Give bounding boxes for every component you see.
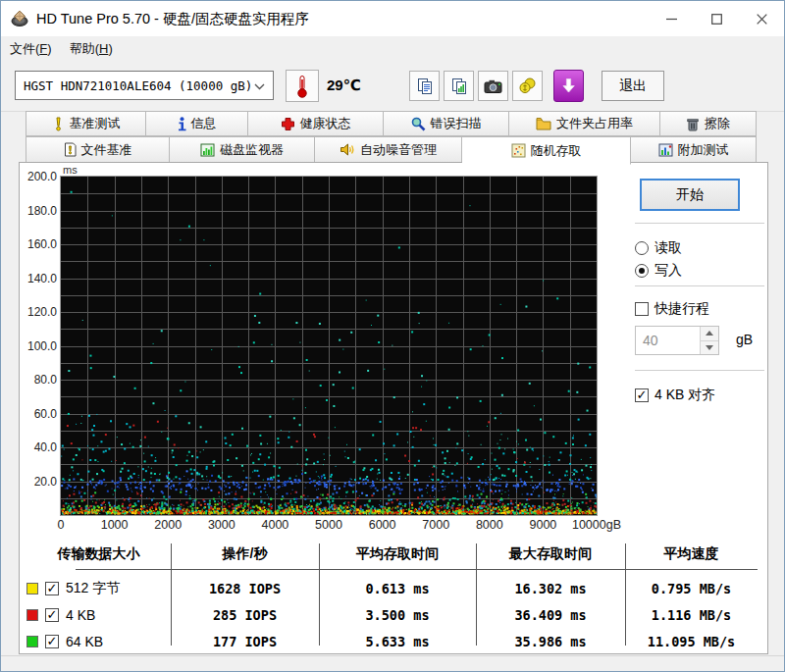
results-table: 传输数据大小 操作/秒 平均存取时间 最大存取时间 平均速度 ✓ 512 字节 …	[26, 543, 758, 651]
tab-aam[interactable]: 自动噪音管理	[315, 136, 462, 163]
exit-button[interactable]: 退出	[602, 71, 664, 101]
tab-info[interactable]: 信息	[146, 111, 248, 136]
thermometer-icon	[295, 75, 309, 98]
y-tick-label: 160.0	[22, 237, 57, 251]
value-max-access-64kb: 35.986 ms	[476, 632, 625, 651]
separator	[635, 223, 764, 224]
tab-health[interactable]: 健康状态	[248, 111, 384, 136]
value-iops-64kb: 177 IOPS	[171, 632, 319, 651]
title-bar: HD Tune Pro 5.70 - 硬盘/固态硬盘实用程序	[1, 1, 784, 36]
value-max-access-4kb: 36.409 ms	[476, 605, 625, 625]
value-iops-4kb: 285 IOPS	[171, 605, 319, 625]
short-stroke-checkbox[interactable]: 快捷行程	[635, 300, 709, 318]
screenshot-button[interactable]	[478, 71, 508, 101]
value-max-access-512b: 16.302 ms	[476, 579, 625, 598]
copy-image-icon	[450, 78, 468, 95]
tab-row-1: 基准测试 信息 健康状态 错误扫描 文件夹占用率 擦除	[26, 111, 757, 136]
checkbox-icon-64kb[interactable]: ✓	[45, 635, 59, 648]
checkbox-icon-512b[interactable]: ✓	[45, 582, 59, 595]
close-button[interactable]	[739, 1, 784, 36]
disk-monitor-icon	[200, 143, 215, 157]
scatter-icon	[511, 143, 526, 158]
y-tick-label: 200.0	[22, 170, 57, 183]
maximize-button[interactable]	[694, 1, 739, 36]
drive-select-dropdown[interactable]: HGST HDN721010ALE604 (10000 gB)	[15, 71, 274, 100]
y-tick-label: 180.0	[22, 204, 57, 218]
hd-tune-window: HD Tune Pro 5.70 - 硬盘/固态硬盘实用程序 文件(F) 帮助(…	[0, 0, 785, 672]
menu-file[interactable]: 文件(F)	[1, 36, 61, 62]
col-header-avg-speed: 平均速度	[625, 545, 758, 565]
tab-extra-tests[interactable]: 附加测试	[631, 136, 757, 163]
temperature-button[interactable]	[286, 70, 319, 102]
legend-square-64kb	[26, 636, 38, 647]
speaker-icon	[340, 142, 355, 157]
table-row-512b-label[interactable]: ✓ 512 字节	[26, 579, 120, 598]
read-radio[interactable]: 读取	[635, 239, 682, 257]
tab-erase[interactable]: 擦除	[660, 111, 757, 136]
window-title: HD Tune Pro 5.70 - 硬盘/固态硬盘实用程序	[36, 10, 309, 28]
random-access-plot	[60, 176, 598, 516]
tab-random-access[interactable]: 随机存取	[462, 136, 631, 165]
tab-file-benchmark[interactable]: 文件基准	[26, 136, 170, 163]
tab-row-2: 文件基准 磁盘监视器 自动噪音管理 随机存取 附加测试	[26, 136, 757, 163]
minimize-button[interactable]	[649, 1, 694, 36]
screenshot-camera-icon	[484, 78, 502, 94]
value-avg-speed-4kb: 1.116 MB/s	[625, 605, 758, 625]
checkbox-icon-4kb[interactable]: ✓	[45, 608, 59, 622]
tab-benchmark[interactable]: 基准测试	[26, 111, 146, 136]
short-stroke-value: 40	[636, 327, 700, 354]
checkbox-icon-short-stroke	[635, 302, 649, 316]
tab-error-scan[interactable]: 错误扫描	[384, 111, 509, 136]
y-tick-label: 20.0	[22, 475, 57, 489]
col-header-avg-access: 平均存取时间	[319, 545, 476, 565]
y-tick-label: 140.0	[22, 272, 57, 285]
value-avg-speed-512b: 0.795 MB/s	[625, 579, 758, 598]
col-header-ops: 操作/秒	[171, 545, 319, 565]
radio-icon-write	[635, 264, 649, 278]
app-icon	[11, 10, 28, 27]
x-axis-labels: 0100020003000400050006000700080009000100…	[20, 518, 706, 534]
pro-features-button[interactable]	[512, 71, 543, 101]
value-avg-access-512b: 0.613 ms	[319, 579, 476, 598]
spinner-down-button[interactable]	[701, 340, 718, 355]
x-tick-label: 10000gB	[562, 518, 631, 532]
save-results-button[interactable]	[553, 70, 584, 102]
temperature-value: 29℃	[327, 77, 361, 94]
legend-square-512b	[26, 583, 38, 594]
toolbar: HGST HDN721010ALE604 (10000 gB) 29℃	[1, 62, 784, 112]
start-button[interactable]: 开始	[640, 179, 740, 211]
status-bar	[1, 655, 784, 672]
y-tick-label: 100.0	[22, 339, 57, 353]
menu-help[interactable]: 帮助(H)	[61, 36, 122, 62]
y-axis-unit: ms	[63, 164, 78, 176]
table-row-4kb-label[interactable]: ✓ 4 KB	[26, 605, 95, 625]
y-tick-label: 60.0	[22, 407, 57, 421]
copy-report-icon	[416, 78, 434, 95]
copy-image-button[interactable]	[444, 71, 474, 101]
trash-icon	[686, 117, 700, 131]
table-row-64kb-label[interactable]: ✓ 64 KB	[26, 632, 103, 651]
extra-tests-icon	[658, 143, 673, 157]
file-benchmark-icon	[64, 142, 77, 157]
tab-disk-monitor[interactable]: 磁盘监视器	[170, 136, 315, 163]
align-checkbox[interactable]: ✓ 4 KB 对齐	[635, 387, 715, 404]
exclamation-icon	[52, 117, 65, 131]
menu-bar: 文件(F) 帮助(H)	[1, 36, 784, 62]
value-iops-512b: 1628 IOPS	[171, 579, 319, 598]
value-avg-access-64kb: 5.633 ms	[319, 632, 476, 651]
copy-report-button[interactable]	[409, 71, 440, 101]
legend-square-4kb	[26, 609, 38, 621]
folder-icon	[536, 117, 551, 130]
y-axis-labels: 200.0180.0160.0140.0120.0100.080.060.040…	[22, 163, 57, 516]
y-tick-label: 40.0	[22, 440, 57, 454]
drive-select-value: HGST HDN721010ALE604 (10000 gB)	[24, 78, 252, 93]
radio-icon-read	[635, 241, 649, 255]
separator	[635, 285, 764, 286]
write-radio[interactable]: 写入	[635, 262, 682, 280]
header-underline	[76, 569, 758, 570]
col-header-transfer-size: 传输数据大小	[26, 545, 171, 565]
chevron-down-icon	[254, 78, 265, 93]
tab-folder-usage[interactable]: 文件夹占用率	[509, 111, 660, 136]
spinner-up-button[interactable]	[701, 327, 718, 340]
short-stroke-spinner[interactable]: 40	[635, 326, 719, 355]
